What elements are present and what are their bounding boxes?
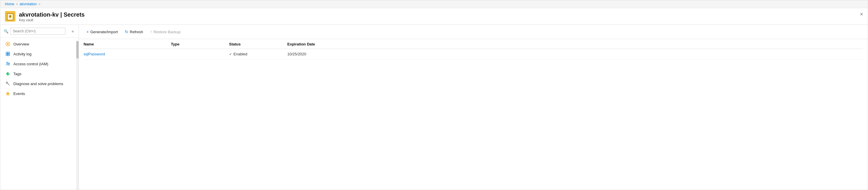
page-title: akvrotation-kv | Secrets (19, 11, 85, 18)
sidebar-scrollbar[interactable] (76, 40, 79, 190)
plus-icon: + (87, 29, 89, 34)
tags-icon (5, 71, 10, 76)
generate-import-label: Generate/Import (90, 30, 118, 34)
sidebar-item-events-label: Events (13, 91, 25, 96)
breadcrumb-home[interactable]: Home (5, 2, 14, 6)
status-label: Enabled (234, 52, 247, 56)
sidebar-item-overview[interactable]: Overview (0, 39, 79, 49)
cell-secret-status: ✓ Enabled (229, 52, 287, 56)
breadcrumb-sep2: > (38, 2, 40, 6)
sidebar-item-tags[interactable]: Tags (0, 69, 79, 79)
sidebar-item-activity-log[interactable]: Activity log (0, 49, 79, 59)
svg-point-16 (8, 73, 9, 74)
check-icon: ✓ (229, 52, 232, 56)
svg-point-3 (9, 15, 11, 18)
svg-line-18 (8, 84, 10, 85)
search-icon: 🔍 (4, 29, 8, 33)
close-button[interactable]: × (860, 12, 863, 17)
page-header-text: akvrotation-kv | Secrets Key vault (19, 11, 85, 22)
main-layout: 🔍 « Overview (0, 25, 868, 190)
column-name: Name (84, 42, 171, 46)
sidebar-item-diagnose-label: Diagnose and solve problems (13, 82, 63, 86)
breadcrumb: Home > akvrotation > (0, 0, 868, 8)
cell-secret-name[interactable]: sqlPassword (84, 52, 171, 56)
refresh-icon: ↻ (125, 29, 128, 34)
access-control-icon (5, 61, 10, 66)
table-row[interactable]: sqlPassword ✓ Enabled 10/25/2020 (84, 49, 863, 59)
svg-point-8 (7, 53, 9, 55)
events-icon (5, 91, 10, 96)
svg-marker-21 (6, 91, 10, 96)
page-header: akvrotation-kv | Secrets Key vault × (0, 8, 868, 25)
sidebar-item-events[interactable]: Events (0, 89, 79, 99)
sidebar-item-tags-label: Tags (13, 72, 21, 76)
svg-point-13 (7, 62, 8, 64)
sidebar-item-diagnose[interactable]: Diagnose and solve problems (0, 79, 79, 89)
toolbar: + Generate/Import ↻ Refresh ↑ Restore Ba… (79, 25, 868, 39)
refresh-label: Refresh (130, 30, 143, 34)
sidebar-nav: Overview Activity log (0, 38, 79, 190)
upload-icon: ↑ (150, 29, 152, 34)
table-header: Name Type Status Expiration Date (84, 39, 863, 49)
breadcrumb-sep1: > (16, 2, 18, 6)
restore-backup-button[interactable]: ↑ Restore Backup (147, 28, 183, 36)
data-table: Name Type Status Expiration Date sqlPass… (79, 39, 868, 190)
search-input[interactable] (10, 28, 65, 35)
sidebar-search-bar: 🔍 « (0, 25, 79, 38)
cell-expiration-date: 10/25/2020 (287, 52, 863, 56)
restore-backup-label: Restore Backup (153, 30, 181, 34)
column-status: Status (229, 42, 287, 46)
sidebar-scrollbar-thumb (76, 41, 79, 59)
breadcrumb-akvrotation[interactable]: akvrotation (20, 2, 37, 6)
sidebar-item-activity-log-label: Activity log (13, 52, 31, 56)
main-window: Home > akvrotation > akvrotation-kv | Se… (0, 0, 868, 190)
collapse-button[interactable]: « (70, 28, 75, 34)
overview-icon (5, 42, 10, 47)
generate-import-button[interactable]: + Generate/Import (84, 28, 121, 36)
refresh-button[interactable]: ↻ Refresh (122, 28, 146, 36)
key-vault-icon (5, 11, 16, 22)
sidebar: 🔍 « Overview (0, 25, 79, 190)
svg-point-14 (8, 63, 10, 64)
sidebar-item-access-control-label: Access control (IAM) (13, 62, 48, 66)
diagnose-icon (5, 81, 10, 86)
svg-rect-4 (10, 17, 10, 18)
svg-marker-15 (6, 72, 10, 76)
page-subtitle: Key vault (19, 18, 85, 22)
column-type: Type (171, 42, 229, 46)
svg-point-6 (7, 43, 9, 45)
sidebar-item-overview-label: Overview (13, 42, 29, 46)
activity-log-icon (5, 51, 10, 57)
sidebar-item-access-control[interactable]: Access control (IAM) (0, 59, 79, 69)
column-expiration: Expiration Date (287, 42, 863, 46)
content-area: + Generate/Import ↻ Refresh ↑ Restore Ba… (79, 25, 868, 190)
